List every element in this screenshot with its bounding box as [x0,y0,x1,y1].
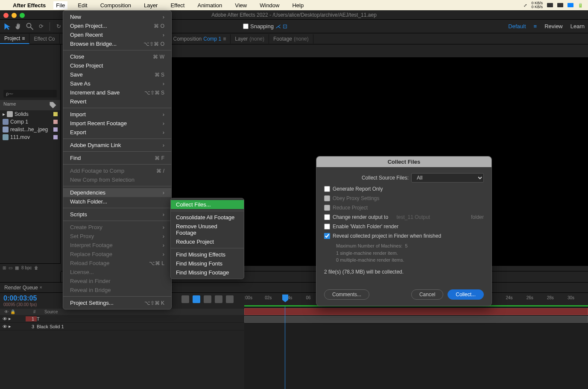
file-menu-find[interactable]: Find⌘ F [63,153,171,162]
submenu-consolidate-all-footage[interactable]: Consolidate All Footage [171,213,244,222]
file-menu-dependencies[interactable]: Dependencies› [63,188,171,197]
collect-files-dialog: Collect Files Collect Source Files: All … [316,156,492,306]
collect-source-label: Collect Source Files: [362,175,409,181]
workspace-menu-icon[interactable]: ≡ [534,23,537,29]
project-items-list: ▸Solids Comp 1 realist...he_.jpeg 111.mo… [0,110,60,141]
submenu-find-missing-fonts[interactable]: Find Missing Fonts [171,259,244,268]
file-menu-scripts[interactable]: Scripts› [63,210,171,219]
zoom-tool-icon[interactable] [26,22,34,31]
project-item-solids[interactable]: ▸Solids [0,110,60,118]
status-box-2 [557,3,563,7]
project-search-input[interactable] [3,90,57,97]
timeline-icon-toolbar [181,295,234,303]
menu-window[interactable]: Window [257,1,282,9]
file-menu-project-settings-[interactable]: Project Settings...⌥⇧⌘ K [63,298,171,307]
minimize-window[interactable] [12,13,17,18]
menu-view[interactable]: View [232,1,249,9]
project-item-mov[interactable]: 111.mov [0,133,60,141]
close-window[interactable] [3,13,9,18]
file-menu-save[interactable]: Save⌘ S [63,70,171,79]
cb-obey-proxy: Obey Proxy Settings [324,195,379,201]
file-menu-save-as[interactable]: Save As› [63,79,171,88]
file-menu-dropdown: New›Open Project...⌘ OOpen Recent›Browse… [63,10,172,309]
menu-help[interactable]: Help [290,1,306,9]
dialog-title: Collect Files [316,156,491,167]
col-name[interactable]: Name [3,101,49,109]
snapping-checkbox[interactable] [243,24,249,29]
status-box-1 [547,3,553,7]
menu-edit[interactable]: Edit [75,1,90,9]
col-label-icon[interactable] [49,101,57,109]
project-item-jpeg[interactable]: realist...he_.jpeg [0,126,60,133]
snapping-toggle[interactable]: Snapping ⋌ ⊡ [243,23,287,29]
menu-file[interactable]: File [53,1,67,9]
tab-project[interactable]: Project≡ [0,34,29,44]
tl-icon-5[interactable] [226,295,234,303]
submenu-reduce-project[interactable]: Reduce Project [171,237,244,246]
file-menu-revert[interactable]: Revert [63,97,171,106]
selection-tool-icon[interactable] [3,22,12,31]
tab-footage[interactable]: Footage (none) [269,34,313,44]
app-name[interactable]: After Effects [13,2,46,9]
file-menu-adobe-dynamic-link[interactable]: Adobe Dynamic Link› [63,141,171,150]
file-menu-open-recent[interactable]: Open Recent› [63,30,171,39]
snap-opt2-icon[interactable]: ⊡ [283,23,287,29]
project-item-comp1[interactable]: Comp 1 [0,118,60,126]
tl-icon-4[interactable] [215,295,222,303]
file-menu-close[interactable]: Close⌘ W [63,52,171,61]
tab-render-queue[interactable]: Render Queue× [0,283,47,292]
comments-button[interactable]: Comments... [324,289,369,300]
cancel-button[interactable]: Cancel [411,289,443,300]
new-folder-icon[interactable]: ▭ [9,265,12,270]
orbit-tool-icon[interactable]: ⟳ [37,22,45,31]
timeline-tracks[interactable] [244,306,588,389]
submenu-remove-unused-footage[interactable]: Remove Unused Footage [171,222,244,237]
trash-icon[interactable]: 🗑 [34,265,38,270]
traffic-lights [3,13,25,18]
new-comp-icon[interactable]: ▦ [15,265,19,270]
maximize-window[interactable] [20,13,25,18]
file-menu-import[interactable]: Import› [63,110,171,119]
rotate-tool-icon[interactable]: ↻ [54,22,63,31]
file-menu-import-recent-footage[interactable]: Import Recent Footage› [63,119,171,128]
expand-icon[interactable]: ⤢ [524,3,527,8]
snap-opt-icon[interactable]: ⋌ [275,23,281,29]
interpret-icon[interactable]: ⊞ [3,265,6,270]
collect-button[interactable]: Collect... [448,289,484,300]
network-stat: 0 KB/s 0 KB/s [531,1,543,9]
cb-generate-report[interactable]: Generate Report Only [324,186,383,192]
collect-source-select[interactable]: All [411,173,484,183]
file-menu-export[interactable]: Export› [63,128,171,137]
menu-layer[interactable]: Layer [141,1,161,9]
file-menu-close-project[interactable]: Close Project [63,61,171,70]
cb-reveal-finder[interactable]: Reveal collected project in Finder when … [324,233,441,239]
current-timecode[interactable]: 0:00:03:05 [3,295,37,302]
file-menu-new[interactable]: New› [63,12,171,21]
tab-layer[interactable]: Layer (none) [231,34,269,44]
tab-effect-controls[interactable]: Effect Co [29,34,59,44]
file-menu-watch-folder-[interactable]: Watch Folder... [63,197,171,206]
file-menu-open-project-[interactable]: Open Project...⌘ O [63,21,171,30]
workspace-review[interactable]: Review [544,23,563,29]
hand-tool-icon[interactable] [15,22,23,31]
menu-effect[interactable]: Effect [168,1,187,9]
file-menu-set-proxy: Set Proxy› [63,232,171,241]
file-menu-browse-in-bridge-[interactable]: Browse in Bridge...⌥⇧⌘ O [63,39,171,48]
tl-icon-1[interactable] [181,295,189,303]
cb-watch-folder[interactable]: Enable 'Watch Folder' render [324,224,398,230]
tl-icon-3[interactable] [204,295,211,303]
playhead-line[interactable] [285,306,285,389]
submenu-collect-files-[interactable]: Collect Files... [171,200,244,209]
file-menu-increment-and-save[interactable]: Increment and Save⌥⇧⌘ S [63,88,171,97]
submenu-find-missing-footage[interactable]: Find Missing Footage [171,268,244,277]
tl-icon-2[interactable] [193,295,200,303]
workspace-default[interactable]: Default [508,23,526,29]
tab-composition[interactable]: ×Composition Comp 1 ≡ [164,34,231,44]
workspace-switcher: Default ≡ Review Learn [508,23,585,29]
cb-change-render-output[interactable]: Change render output to [324,214,388,220]
submenu-find-missing-effects[interactable]: Find Missing Effects [171,250,244,259]
workspace-learn[interactable]: Learn [570,23,585,29]
bpc-label[interactable]: 8 bpc [21,265,32,270]
menu-composition[interactable]: Composition [98,1,134,9]
menu-animation[interactable]: Animation [195,1,225,9]
